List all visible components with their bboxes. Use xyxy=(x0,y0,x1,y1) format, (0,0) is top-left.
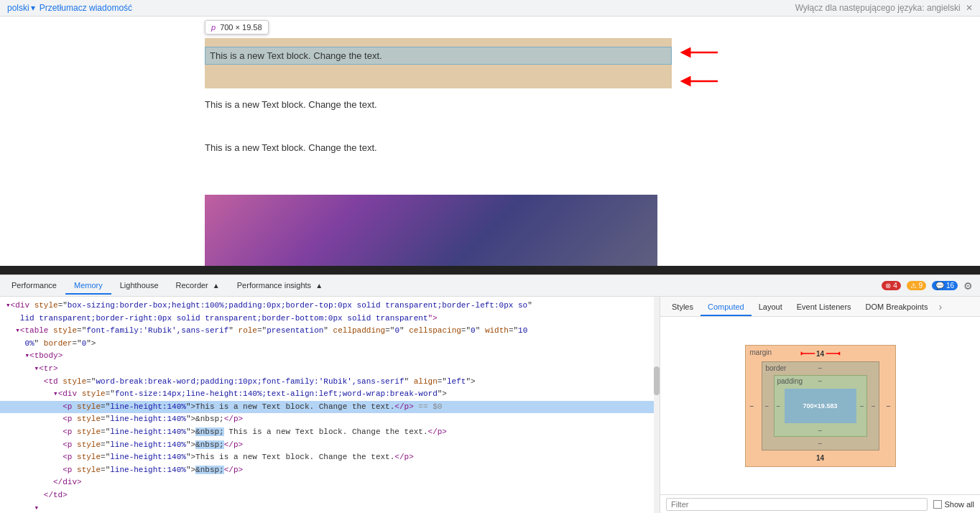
html-line: ▾<div style="box-sizing:border-box;heigh… xyxy=(0,300,660,313)
top-bar: polski ▾ Przetłumacz wiadomość Wyłącz dl… xyxy=(0,0,980,17)
tab-dom-breakpoints[interactable]: DOM Breakpoints xyxy=(859,299,935,316)
text-block-2: This is a new Text block. Change the tex… xyxy=(205,142,377,153)
margin-right-dash: − xyxy=(887,402,891,410)
image-placeholder xyxy=(205,195,657,274)
html-scrollbar-thumb[interactable] xyxy=(654,366,660,395)
margin-top-arrow-svg xyxy=(800,351,815,356)
margin-top-value: 14 xyxy=(816,350,824,358)
margin-label: margin xyxy=(750,348,772,356)
highlighted-text-block: This is a new Text block. Change the tex… xyxy=(205,47,672,65)
element-tooltip: p 700 × 19.58 xyxy=(205,20,269,34)
html-line: <p style="line-height:140%">&nbsp; This … xyxy=(0,426,660,439)
html-line: <p style="line-height:140%">&nbsp;</p> xyxy=(0,413,660,426)
tab-event-listeners[interactable]: Event Listeners xyxy=(790,299,859,316)
html-line: <td style="word-break:break-word;padding… xyxy=(0,376,660,389)
tooltip-tag: p xyxy=(211,23,216,32)
tab-lighthouse[interactable]: Lighthouse xyxy=(111,277,167,295)
margin-top-arrow2-svg xyxy=(826,351,840,356)
html-line: ▾<table style="font-family:'Rubik',sans-… xyxy=(0,325,660,338)
border-left-value: − xyxy=(765,402,769,410)
svg-marker-5 xyxy=(800,351,803,356)
html-scrollbar[interactable] xyxy=(654,297,660,513)
content-box: 700×19.583 xyxy=(785,389,856,423)
html-line: <p style="line-height:140%">&nbsp;</p> xyxy=(0,439,660,452)
html-line: ▾<tr> xyxy=(0,363,660,376)
devtools-panel: Performance Memory Lighthouse Recorder ▲… xyxy=(0,275,980,513)
padding-right-value: − xyxy=(860,402,864,410)
devtools-body: ▾<div style="box-sizing:border-box;heigh… xyxy=(0,297,980,513)
translate-button[interactable]: Przetłumacz wiadomość xyxy=(40,3,132,13)
html-line: ▾<tbody> xyxy=(0,350,660,363)
margin-top-area: 14 xyxy=(800,350,840,358)
border-box: border − − − − padding − − − − xyxy=(762,361,879,450)
box-model: margin 14 14 − − border − xyxy=(745,345,896,467)
tab-memory[interactable]: Memory xyxy=(65,277,111,295)
border-top-value: − xyxy=(818,364,823,372)
html-line: ▾<div style="font-size:14px;line-height:… xyxy=(0,388,660,401)
error-badge: ⊗ 4 xyxy=(882,281,900,290)
content-dimensions: 700×19.583 xyxy=(803,402,838,410)
dark-band xyxy=(0,266,980,274)
margin-left-dash: − xyxy=(750,402,754,410)
chevron-right-icon[interactable]: › xyxy=(935,297,946,316)
show-all-label: Show all xyxy=(933,500,974,509)
right-panel-tabs: Styles Computed Layout Event Listeners D… xyxy=(660,297,980,317)
tab-layout[interactable]: Layout xyxy=(752,299,790,316)
performance-insights-icon: ▲ xyxy=(315,282,323,290)
html-line: </div> xyxy=(0,476,660,489)
red-arrows xyxy=(678,42,721,92)
svg-marker-7 xyxy=(837,351,840,356)
margin-box: margin 14 14 − − border − xyxy=(745,345,896,467)
close-icon[interactable]: ✕ xyxy=(966,3,973,13)
html-line: lid transparent;border-right:0px solid t… xyxy=(0,313,660,325)
margin-bottom-value: 14 xyxy=(816,454,824,462)
msg-badge: 💬 16 xyxy=(932,281,958,290)
html-line: <p style="line-height:140%">&nbsp;</p> xyxy=(0,464,660,477)
settings-icon[interactable]: ⚙ xyxy=(963,280,973,292)
language-label: polski xyxy=(7,3,29,13)
show-all-checkbox[interactable] xyxy=(933,500,942,509)
html-panel[interactable]: ▾<div style="box-sizing:border-box;heigh… xyxy=(0,297,660,513)
html-line: ▾ xyxy=(0,502,660,514)
tab-styles[interactable]: Styles xyxy=(665,299,701,316)
devtools-badges: ⊗ 4 ⚠ 9 💬 16 ⚙ xyxy=(882,280,977,292)
html-line: 0%" border="0"> xyxy=(0,338,660,351)
warn-icon: ⚠ xyxy=(910,282,917,290)
msg-icon: 💬 xyxy=(935,282,944,290)
border-label: border xyxy=(766,364,787,372)
tab-performance[interactable]: Performance xyxy=(3,277,65,295)
padding-left-value: − xyxy=(777,402,781,410)
devtools-tab-bar: Performance Memory Lighthouse Recorder ▲… xyxy=(0,275,980,297)
html-line-selected[interactable]: <p style="line-height:140%">This is a ne… xyxy=(0,401,660,414)
border-bottom-value: − xyxy=(818,440,823,448)
top-bar-left: polski ▾ Przetłumacz wiadomość xyxy=(7,3,132,13)
warn-badge: ⚠ 9 xyxy=(907,281,926,290)
filter-input[interactable] xyxy=(666,498,928,511)
error-icon: ⊗ xyxy=(885,282,891,290)
padding-top-value: − xyxy=(818,377,823,385)
padding-bottom-value: − xyxy=(818,427,823,435)
tooltip-dimensions: 700 × 19.58 xyxy=(220,23,262,32)
recorder-icon: ▲ xyxy=(213,282,220,290)
right-panel: Styles Computed Layout Event Listeners D… xyxy=(660,297,980,513)
text-block-1: This is a new Text block. Change the tex… xyxy=(205,99,377,110)
language-selector[interactable]: polski ▾ xyxy=(7,3,35,13)
html-line: <p style="line-height:140%">This is a ne… xyxy=(0,451,660,464)
padding-label: padding xyxy=(777,377,803,385)
padding-box: padding − − − − 700×19.583 xyxy=(774,375,867,437)
html-line: </td> xyxy=(0,489,660,502)
tab-recorder[interactable]: Recorder ▲ xyxy=(167,277,228,295)
preview-area: p 700 × 19.58 This is a new Text block. … xyxy=(0,17,980,275)
border-right-value: − xyxy=(872,402,876,410)
tab-performance-insights[interactable]: Performance insights ▲ xyxy=(228,277,331,295)
tab-computed[interactable]: Computed xyxy=(701,299,752,316)
box-model-container: margin 14 14 − − border − xyxy=(660,317,980,494)
disable-translation[interactable]: Wyłącz dla następującego języka: angiels… xyxy=(792,3,973,13)
filter-bar: Show all xyxy=(660,494,980,513)
chevron-down-icon: ▾ xyxy=(31,3,35,13)
